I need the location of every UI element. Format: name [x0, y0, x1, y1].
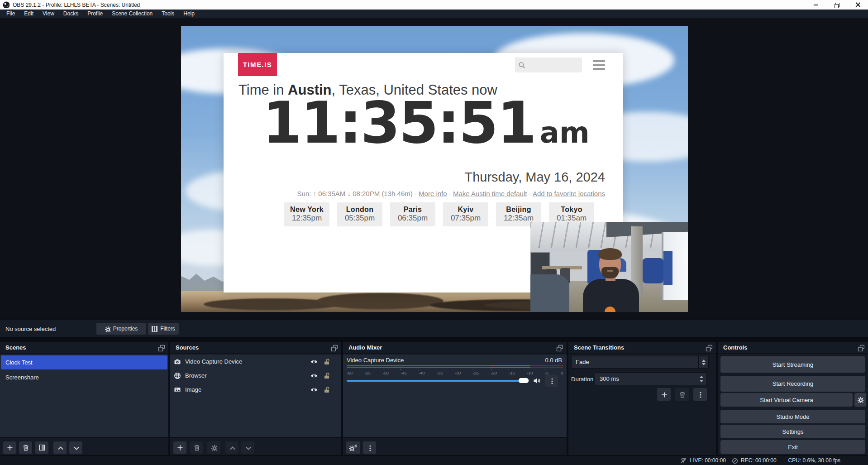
mixer-options-button[interactable] [545, 375, 558, 387]
source-item-image[interactable]: Image [170, 383, 341, 397]
title-bar: OBS 29.1.2 - Profile: LLHLS BETA - Scene… [0, 0, 868, 10]
remove-source-button[interactable] [190, 441, 203, 454]
menu-file[interactable]: File [2, 10, 19, 18]
source-move-up-button[interactable] [225, 441, 238, 454]
city-time: 05:35pm [337, 214, 382, 223]
restore-button[interactable] [826, 0, 847, 10]
transition-select[interactable]: Fade [571, 356, 709, 369]
popout-icon [556, 345, 563, 351]
scene-item-screenshare[interactable]: Screenshare [1, 370, 167, 384]
trash-icon [193, 444, 200, 451]
exit-button[interactable]: Exit [720, 440, 865, 454]
popout-icon [158, 345, 165, 351]
tick-label: -50 [383, 371, 389, 375]
advanced-audio-button[interactable] [346, 441, 360, 454]
controls-title: Controls [723, 344, 747, 351]
minimize-icon [814, 5, 818, 5]
mixer-menu-button[interactable] [363, 441, 376, 454]
camera-icon [174, 358, 181, 365]
audio-mixer-title: Audio Mixer [348, 344, 382, 351]
person-mouth [607, 270, 613, 272]
sources-dock-header[interactable]: Sources [170, 342, 341, 354]
separator: - [413, 190, 419, 197]
preview-canvas[interactable]: TIME.IS Time in Austin, Texas, United St… [181, 26, 688, 312]
menu-scene-collection[interactable]: Scene Collection [107, 10, 157, 18]
visibility-eye-icon[interactable] [310, 386, 318, 393]
audio-mixer-dock-header[interactable]: Audio Mixer [343, 342, 567, 354]
menu-help[interactable]: Help [179, 10, 199, 18]
spinner-arrows[interactable] [700, 373, 703, 385]
city-name: New York [284, 206, 329, 214]
visibility-eye-icon[interactable] [310, 358, 318, 365]
image-icon [174, 386, 181, 393]
hamburger-menu-icon [593, 60, 605, 70]
start-recording-button[interactable]: Start Recording [720, 376, 865, 392]
volume-slider[interactable] [347, 380, 529, 382]
add-transition-button[interactable] [657, 388, 671, 401]
virtual-camera-settings-button[interactable] [854, 393, 866, 407]
lock-icon[interactable] [323, 386, 329, 393]
transition-properties-button[interactable] [693, 388, 707, 401]
scene-move-down-button[interactable] [69, 441, 82, 454]
source-move-down-button[interactable] [241, 441, 254, 454]
volume-meter-left [347, 365, 563, 366]
add-scene-button[interactable] [3, 441, 16, 454]
speaker-mute-icon[interactable] [533, 377, 541, 385]
menu-edit[interactable]: Edit [19, 10, 38, 18]
visibility-eye-icon[interactable] [310, 372, 318, 379]
source-item-video-capture[interactable]: Video Capture Device [170, 355, 341, 369]
menu-tools[interactable]: Tools [157, 10, 179, 18]
rec-timer: REC: 00:00:00 [741, 457, 777, 464]
record-off-icon [731, 457, 738, 464]
lock-icon[interactable] [323, 358, 329, 364]
source-properties-button[interactable] [207, 441, 220, 454]
mixer-channel-name: Video Capture Device [347, 357, 404, 364]
tick-label: 0 [561, 371, 563, 375]
source-item-browser[interactable]: Browser [170, 369, 341, 383]
remove-transition-button[interactable] [675, 388, 689, 401]
sources-title: Sources [176, 344, 199, 351]
sources-toolbar [170, 437, 341, 455]
search-icon [518, 62, 525, 69]
controls-dock-header[interactable]: Controls [718, 342, 868, 354]
selection-status: No source selected [5, 326, 56, 332]
menu-profile[interactable]: Profile [83, 10, 107, 18]
properties-button[interactable]: Properties [96, 323, 146, 335]
duration-value: 300 ms [600, 375, 619, 382]
add-source-button[interactable] [173, 441, 186, 454]
source-label: Video Capture Device [185, 358, 242, 365]
blue-panel [663, 251, 672, 285]
city-name: London [337, 206, 382, 214]
city-name: Tokyo [549, 206, 594, 214]
lock-icon[interactable] [323, 372, 329, 379]
timeis-search-box [515, 58, 582, 72]
arrow-down-icon [702, 363, 706, 365]
tick-label: -20 [491, 371, 497, 375]
gear-icon [857, 397, 863, 403]
menu-docks[interactable]: Docks [59, 10, 83, 18]
tick-label: -30 [455, 371, 461, 375]
studio-mode-button[interactable]: Studio Mode [720, 410, 865, 423]
audio-mixer-toolbar [343, 437, 567, 455]
settings-button[interactable]: Settings [720, 425, 865, 438]
combo-arrows[interactable] [698, 356, 708, 368]
start-streaming-button[interactable]: Start Streaming [720, 356, 865, 373]
remove-scene-button[interactable] [19, 441, 32, 454]
popout-icon [331, 345, 338, 351]
duration-spinner[interactable]: 300 ms [595, 372, 707, 385]
filters-button[interactable]: Filters [148, 323, 179, 335]
chevron-down-icon [245, 445, 251, 451]
timeis-date: Thursday, May 16, 2024 [396, 170, 605, 185]
scene-item-clock-test[interactable]: Clock Test [1, 355, 167, 369]
minimize-button[interactable] [806, 0, 826, 10]
scene-filters-button[interactable] [35, 441, 48, 454]
menu-view[interactable]: View [38, 10, 59, 18]
scenes-dock-header[interactable]: Scenes [0, 342, 168, 354]
transitions-title: Scene Transitions [574, 344, 624, 351]
volume-slider-handle[interactable] [519, 378, 529, 383]
transitions-dock-header[interactable]: Scene Transitions [568, 342, 716, 354]
scene-move-up-button[interactable] [53, 441, 67, 454]
city-box-kyiv: Kyiv07:35pm [443, 202, 488, 226]
close-button[interactable] [847, 0, 868, 10]
start-virtual-camera-button[interactable]: Start Virtual Camera [720, 393, 853, 407]
